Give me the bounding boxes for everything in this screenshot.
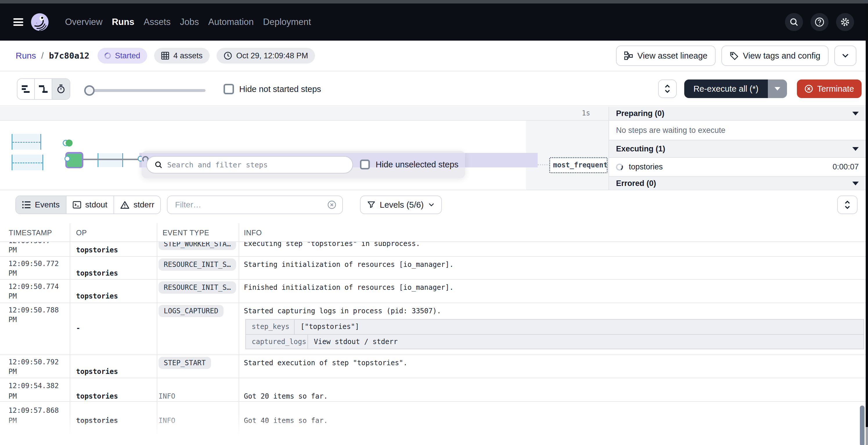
executing-step-row[interactable]: topstories 0:00:07 [609, 158, 866, 177]
nav-item-jobs[interactable]: Jobs [180, 3, 199, 41]
dagster-logo[interactable] [30, 12, 49, 32]
log-info: Starting initialization of resources [io… [244, 261, 454, 269]
log-row[interactable]: 12:09:50.792 PM topstories STEP_START St… [0, 354, 868, 378]
collapse-caret-icon [852, 112, 859, 115]
errored-title: Errored (0) [616, 179, 656, 188]
log-table-header: TIMESTAMP OP EVENT TYPE INFO [0, 224, 868, 241]
breadcrumb-runs-link[interactable]: Runs [16, 51, 36, 61]
lineage-icon [624, 52, 633, 60]
gantt-step-box-dashed-1[interactable] [11, 134, 41, 150]
menu-icon[interactable] [13, 18, 23, 26]
re-execute-dropdown[interactable] [768, 79, 787, 98]
zoom-slider-track[interactable] [84, 89, 206, 92]
log-filter-box [167, 196, 343, 214]
log-filter-input[interactable] [175, 200, 327, 209]
search-icon[interactable] [785, 13, 803, 31]
run-header: Runs / b7c80a12 Started 4 assets Oct 29,… [0, 41, 868, 71]
run-id: b7c80a12 [49, 51, 89, 61]
timed-view-button[interactable] [52, 79, 70, 99]
log-op: topstories [76, 368, 118, 376]
gantt-step-box-dashed-2[interactable] [11, 155, 43, 170]
gantt-dotted-connector [538, 164, 550, 165]
preparing-section-header[interactable]: Preparing (0) [609, 107, 866, 121]
clear-filter-icon[interactable] [327, 200, 337, 209]
terminate-icon [804, 84, 813, 93]
log-event-type-chip: LOGS_CAPTURED [158, 305, 223, 317]
nav-item-overview[interactable]: Overview [65, 3, 102, 41]
window-scrollbar-track[interactable] [866, 3, 868, 427]
zoom-slider-handle[interactable] [84, 85, 95, 96]
tab-stderr[interactable]: stderr [114, 196, 160, 213]
step-search-box [146, 156, 353, 173]
step-name: topstories [629, 163, 663, 171]
nav-item-runs[interactable]: Runs [112, 3, 134, 41]
logs-expand-button[interactable] [837, 196, 858, 214]
log-event-type-chip: STEP_START [158, 357, 211, 369]
log-timestamp: 12:09:50.792 [8, 358, 59, 366]
tab-events[interactable]: Events [16, 196, 66, 213]
log-timestamp: 12:09:50.7 [8, 241, 51, 245]
log-row[interactable]: 12:09:50.774 PM topstories RESOURCE_INIT… [0, 279, 868, 303]
hide-not-started-checkbox[interactable] [223, 84, 234, 94]
log-row[interactable]: 12:09:54.382 PM topstories INFO Got 20 i… [0, 378, 868, 401]
log-row[interactable]: 12:09:50.788 PM - LOGS_CAPTURED Started … [0, 303, 868, 354]
log-op: topstories [76, 269, 118, 277]
step-search-input[interactable] [167, 161, 352, 169]
log-level: INFO [158, 417, 175, 425]
col-info: INFO [244, 229, 262, 237]
log-row[interactable]: 12:09:57.868 PM topstories INFO Got 40 i… [0, 401, 868, 445]
view-tags-config-button[interactable]: View tags and config [721, 45, 829, 66]
hide-unselected-checkbox[interactable] [360, 160, 370, 169]
log-timestamp: 12:09:50.774 [8, 282, 59, 291]
executing-section-header[interactable]: Executing (1) [609, 140, 866, 158]
log-info: Executing step "topstories" in subproces… [244, 241, 420, 248]
log-timestamp-pm: PM [8, 246, 17, 254]
assets-badge[interactable]: 4 assets [154, 48, 210, 64]
view-asset-lineage-button[interactable]: View asset lineage [616, 45, 716, 66]
connector-ring-left [64, 156, 70, 162]
re-execute-all-button[interactable]: Re-execute all (*) [684, 79, 768, 98]
collapse-caret-icon [852, 147, 859, 151]
tab-stdout[interactable]: stdout [66, 196, 114, 213]
gantt-marker-dot [66, 140, 72, 146]
gantt-step-box-most-frequent[interactable]: most_frequent [549, 157, 608, 173]
nav-items: Overview Runs Assets Jobs Automation Dep… [65, 3, 311, 41]
log-timestamp-pm: PM [8, 392, 17, 400]
nav-actions [785, 13, 854, 31]
log-row[interactable]: 12:09:50.772 PM topstories RESOURCE_INIT… [0, 256, 868, 279]
gantt-step-box-waiting[interactable] [97, 153, 123, 167]
hide-not-started-label: Hide not started steps [239, 84, 321, 94]
nav-item-deployment[interactable]: Deployment [263, 3, 311, 41]
gear-icon[interactable] [836, 13, 854, 31]
flat-view-button[interactable] [18, 79, 35, 99]
clock-icon [223, 52, 232, 60]
log-metadata-table: step_keys ["topstories"] captured_logs V… [245, 319, 864, 349]
breadcrumb-separator: / [41, 51, 43, 61]
waterfall-view-button[interactable] [35, 79, 52, 99]
log-timestamp-pm: PM [8, 316, 17, 324]
help-icon[interactable] [810, 13, 829, 31]
errored-section-header[interactable]: Errored (0) [609, 177, 866, 190]
nav-item-automation[interactable]: Automation [208, 3, 254, 41]
log-op: topstories [76, 417, 118, 425]
tag-icon [730, 52, 738, 60]
run-actions-dropdown[interactable] [834, 45, 857, 66]
terminate-button[interactable]: Terminate [797, 79, 862, 98]
nav-item-assets[interactable]: Assets [144, 3, 171, 41]
gantt-timeline-header: 1s [0, 107, 609, 121]
log-op: topstories [76, 246, 118, 254]
chevron-down-icon [429, 203, 434, 207]
logs-section: Events stdout stderr Levels (5/6) [0, 190, 868, 445]
logs-tabs-row: Events stdout stderr Levels (5/6) [0, 190, 868, 224]
expand-collapse-button[interactable] [658, 79, 677, 98]
warning-icon [120, 201, 129, 209]
gantt-view-toggle [17, 78, 70, 100]
col-event-type: EVENT TYPE [162, 229, 209, 237]
log-timestamp: 12:09:54.382 [8, 382, 59, 390]
log-row[interactable]: 12:09:50.7 PM topstories STEP_WORKER_STA… [0, 241, 868, 256]
levels-dropdown[interactable]: Levels (5/6) [360, 196, 442, 214]
metadata-value-link[interactable]: View stdout / stderr [308, 335, 398, 349]
log-scrollbar-thumb[interactable] [860, 406, 865, 445]
status-badge[interactable]: Started [97, 48, 147, 64]
log-info: Got 40 items so far. [244, 417, 328, 425]
